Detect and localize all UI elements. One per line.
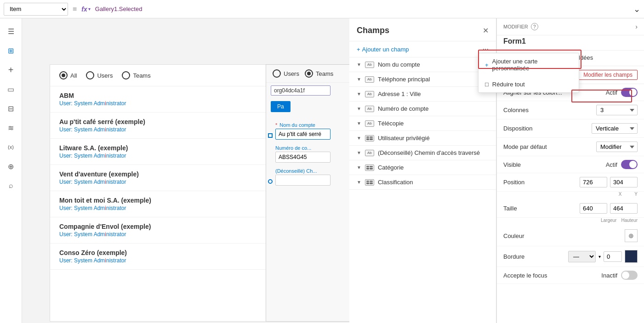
- field-type-icon: Ab: [365, 76, 374, 83]
- list-item[interactable]: ABM User: System Administrator ›: [50, 86, 284, 113]
- field-type-icon: Ab: [365, 91, 374, 97]
- champ-row-telecopie[interactable]: ▼ Ab Télécopie: [349, 116, 496, 130]
- help-button[interactable]: ?: [531, 23, 538, 30]
- form-radio-teams-circle: [305, 69, 313, 78]
- champ-row-categorie[interactable]: ▼ Catégorie: [349, 160, 496, 175]
- prop-taille: Taille: [497, 199, 644, 218]
- couleur-picker[interactable]: ⊕: [625, 229, 638, 242]
- media-icon[interactable]: ⊕: [2, 157, 20, 176]
- champ-row-numero[interactable]: ▼ Ab Numéro de compte: [349, 102, 496, 116]
- champ-row-telephone[interactable]: ▼ Ab Téléphone principal: [349, 72, 496, 86]
- data-icon[interactable]: ≋: [2, 119, 20, 137]
- aligner-value: Actif: [606, 89, 617, 96]
- main-canvas: All Users Teams ABM User: System Adminis…: [22, 18, 349, 323]
- component-icon[interactable]: ⊟: [2, 99, 20, 118]
- radio-users[interactable]: Users: [86, 71, 113, 79]
- champs-close-button[interactable]: ✕: [483, 26, 489, 35]
- fx-button[interactable]: fx ▾: [81, 6, 90, 13]
- radio-teams[interactable]: Teams: [122, 71, 150, 79]
- add-field-button[interactable]: + Ajouter un champ: [357, 46, 409, 53]
- aligner-toggle[interactable]: [621, 88, 638, 97]
- bordure-width-input[interactable]: [604, 251, 622, 262]
- champ-label: Classification: [378, 179, 413, 186]
- bordure-style-select[interactable]: —: [568, 251, 596, 262]
- radio-all[interactable]: All: [59, 71, 77, 79]
- list-panel: All Users Teams ABM User: System Adminis…: [50, 64, 284, 322]
- chevron-icon: ▼: [357, 121, 361, 126]
- visible-value: Actif: [606, 161, 617, 168]
- deconseille-input[interactable]: [275, 175, 331, 186]
- champ-label: (Déconseillé) Chemin d'accès traversé: [378, 149, 480, 156]
- search-icon[interactable]: ⌕: [2, 176, 20, 195]
- formula-bar[interactable]: Gallery1.Selected: [93, 6, 631, 12]
- champ-label: Catégorie: [378, 164, 404, 171]
- champ-section: ▼ Ab Nom du compte: [349, 57, 496, 72]
- selection-dot: [268, 179, 273, 184]
- list-item[interactable]: Mon toit et moi S.A. (exemple) User: Sys…: [50, 191, 284, 217]
- field-type-grid-icon: [365, 135, 374, 142]
- list-item[interactable]: Conso Zéro (exemple) User: System Admini…: [50, 244, 284, 270]
- plus-icon: +: [485, 62, 489, 68]
- form-radio-users-circle: [273, 69, 281, 78]
- add-screen-icon[interactable]: +: [2, 61, 20, 79]
- prop-bordure: Bordure — ▾: [497, 246, 644, 267]
- list-item[interactable]: Au p'tit café serré (exemple) User: Syst…: [50, 113, 284, 139]
- chevron-icon: ▼: [357, 106, 361, 111]
- form-radio-teams[interactable]: Teams: [305, 69, 333, 78]
- field-type-grid-icon: [365, 164, 374, 171]
- position-labels: X Y: [497, 192, 644, 199]
- visible-toggle[interactable]: [621, 160, 638, 169]
- position-x-input[interactable]: [580, 177, 607, 187]
- modifier-label: MODIFIER: [503, 24, 528, 29]
- radio-users-circle: [86, 71, 94, 79]
- list-item[interactable]: Compagnie d'Envol (exemple) User: System…: [50, 217, 284, 244]
- champs-more-button[interactable]: ···: [483, 45, 489, 53]
- champs-actions: + Ajouter un champ ···: [349, 41, 496, 57]
- chevron-bordure: ▾: [598, 254, 601, 259]
- pa-button[interactable]: Pa: [271, 101, 291, 112]
- champ-row-classification[interactable]: ▼ Classification: [349, 175, 496, 189]
- fx-chevron: ▾: [88, 6, 91, 11]
- list-item[interactable]: Litware S.A. (exemple) User: System Admi…: [50, 139, 284, 165]
- disposition-select[interactable]: VerticaleHorizontale: [592, 123, 638, 134]
- hamburger-icon[interactable]: ☰: [2, 22, 20, 40]
- modifier-champs-button[interactable]: Modifier les champs: [578, 70, 638, 80]
- dropdown-menu: + Ajouter une carte personnalisée □ Rédu…: [478, 53, 579, 93]
- form-radio-users[interactable]: Users: [273, 69, 299, 78]
- chevron-icon: ▼: [357, 136, 361, 141]
- champ-row-deconseille[interactable]: ▼ Ab (Déconseillé) Chemin d'accès traver…: [349, 146, 496, 160]
- mode-select[interactable]: ModifierVoir: [596, 142, 638, 152]
- champ-section: ▼ Ab Télécopie: [349, 116, 496, 131]
- focus-toggle[interactable]: [621, 271, 638, 280]
- chevron-icon: ▼: [357, 180, 361, 185]
- champ-section: ▼ Catégorie: [349, 160, 496, 175]
- props-collapse-chevron[interactable]: ›: [635, 23, 638, 30]
- field-type-grid-icon: [365, 179, 374, 186]
- champ-row-utilisateur[interactable]: ▼ Utilisateur privilégié: [349, 131, 496, 145]
- numero-compte-input[interactable]: [275, 152, 331, 163]
- champ-row-adresse[interactable]: ▼ Ab Adresse 1 : Ville: [349, 87, 496, 101]
- collapse-chevron[interactable]: ⌄: [633, 4, 640, 14]
- prop-mode: Mode par défaut ModifierVoir: [497, 138, 644, 156]
- position-y-input[interactable]: [610, 177, 638, 187]
- champ-label: Télécopie: [378, 120, 404, 127]
- champ-section: ▼ Ab (Déconseillé) Chemin d'accès traver…: [349, 146, 496, 160]
- width-input[interactable]: [580, 203, 607, 214]
- champ-row-nom-compte[interactable]: ▼ Ab Nom du compte: [349, 57, 496, 72]
- reduire-tout-item[interactable]: □ Réduire tout: [479, 76, 579, 92]
- variable-icon[interactable]: (x): [2, 138, 20, 156]
- left-sidebar: ☰ ⊞ + ▭ ⊟ ≋ (x) ⊕ ⌕: [0, 18, 22, 323]
- champ-label: Nom du compte: [378, 61, 420, 68]
- item-select[interactable]: Item: [4, 3, 68, 16]
- org-input[interactable]: [271, 85, 331, 96]
- nom-compte-input[interactable]: [275, 129, 331, 140]
- colonnes-select[interactable]: 312: [596, 105, 638, 115]
- layers-icon[interactable]: ⊞: [2, 41, 20, 60]
- chevron-icon: ▼: [357, 91, 361, 96]
- height-input[interactable]: [610, 203, 638, 214]
- bordure-color-picker[interactable]: [625, 250, 638, 263]
- list-item[interactable]: Vent d'aventure (exemple) User: System A…: [50, 165, 284, 191]
- add-carte-item[interactable]: + Ajouter une carte personnalisée: [479, 53, 579, 76]
- screen-icon[interactable]: ▭: [2, 80, 20, 98]
- champs-title: Champs: [357, 26, 389, 35]
